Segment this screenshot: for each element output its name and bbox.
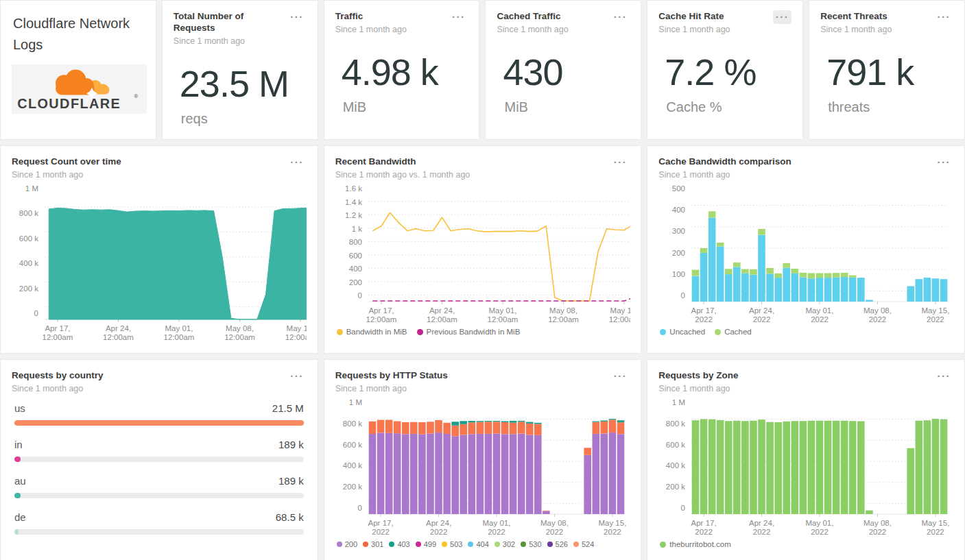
bar-segment xyxy=(443,434,451,514)
country-row-au: au189 k xyxy=(14,475,304,498)
legend-item-499[interactable]: 499 xyxy=(416,540,436,548)
panel-total-requests: Total Number of Requests Since 1 month a… xyxy=(162,0,318,140)
legend-item-uncached[interactable]: Uncached xyxy=(660,328,705,336)
bar-segment xyxy=(476,421,484,422)
legend-item-503[interactable]: 503 xyxy=(442,540,462,548)
panel-title: Recent Bandwidth xyxy=(335,156,470,167)
bar-segment xyxy=(410,422,418,434)
svg-text:0: 0 xyxy=(357,291,361,300)
legend-item-301[interactable]: 301 xyxy=(363,540,383,548)
zone-chart[interactable]: 0200 k400 k600 k800 k1 MApr 17,2022Apr 2… xyxy=(658,398,953,537)
svg-text:Apr 17,12:00am: Apr 17,12:00am xyxy=(366,306,396,324)
requests-by-zone-svg[interactable]: 0200 k400 k600 k800 k1 MApr 17,2022Apr 2… xyxy=(658,398,953,537)
bar-segment xyxy=(592,422,599,434)
ellipsis-menu-icon[interactable]: ··· xyxy=(934,10,953,24)
legend-dot xyxy=(573,541,579,547)
ellipsis-menu-icon[interactable]: ··· xyxy=(773,10,792,24)
country-bar-fill xyxy=(14,493,21,498)
ellipsis-menu-icon[interactable]: ··· xyxy=(611,10,630,24)
cache-bandwidth-comparison-svg[interactable]: 0100200300400500Apr 17,2022Apr 24,2022Ma… xyxy=(658,184,953,325)
ellipsis-menu-icon[interactable]: ··· xyxy=(934,369,953,383)
requests-by-http-status-svg[interactable]: 0200 k400 k600 k800 k1 MApr 17,2022Apr 2… xyxy=(335,398,630,537)
bar-segment xyxy=(476,422,484,434)
bar-segment xyxy=(767,268,774,273)
bar-segment xyxy=(924,420,931,514)
legend-item-theburritobot-com[interactable]: theburritobot.com xyxy=(660,540,731,548)
ellipsis-menu-icon[interactable]: ··· xyxy=(449,10,468,24)
chart-legend: theburritobot.com xyxy=(658,537,953,548)
legend-item-cached[interactable]: Cached xyxy=(715,328,752,336)
panel-subtitle: Since 1 month ago xyxy=(658,384,738,393)
legend-item-403[interactable]: 403 xyxy=(389,540,409,548)
bar-segment xyxy=(783,422,791,514)
bar-segment xyxy=(617,422,624,434)
legend-label: theburritobot.com xyxy=(669,540,731,548)
bar-segment xyxy=(427,434,434,515)
legend-item-526[interactable]: 526 xyxy=(547,540,568,548)
legend-item-200[interactable]: 200 xyxy=(337,540,357,548)
panel-cache-bandwidth-comparison: Cache Bandwidth comparison Since 1 month… xyxy=(647,145,965,354)
recent-bandwidth-svg[interactable]: 02004006008001 k1.2 k1.4 k1.6 kApr 17,12… xyxy=(335,184,630,325)
bar-segment xyxy=(767,273,774,302)
bar-segment xyxy=(427,422,434,433)
bar-segment xyxy=(741,273,749,302)
bar-segment xyxy=(468,421,475,422)
country-bar-fill xyxy=(14,456,21,462)
svg-text:1 M: 1 M xyxy=(348,398,361,406)
bar-segment xyxy=(708,419,716,514)
legend-item-bandwidth-in-mib[interactable]: Bandwidth in MiB xyxy=(337,328,407,336)
country-bar-fill xyxy=(14,420,304,426)
cloudflare-logo: CLOUDFLARE ® xyxy=(12,64,147,114)
svg-text:Apr 24,2022: Apr 24,2022 xyxy=(749,306,774,324)
bar-segment xyxy=(410,434,418,514)
http-status-chart[interactable]: 0200 k400 k600 k800 k1 MApr 17,2022Apr 2… xyxy=(335,398,630,537)
svg-text:1.6 k: 1.6 k xyxy=(345,184,362,193)
legend-item-302[interactable]: 302 xyxy=(495,540,515,548)
legend-label: 302 xyxy=(503,540,515,548)
bar-segment xyxy=(435,433,442,514)
bar-segment xyxy=(750,421,758,514)
bar-segment xyxy=(509,421,516,423)
bar-segment xyxy=(932,278,940,302)
country-row-us: us21.5 M xyxy=(14,402,304,426)
cache-bandwidth-chart[interactable]: 0100200300400500Apr 17,2022Apr 24,2022Ma… xyxy=(658,184,953,325)
bar-segment xyxy=(800,277,807,302)
legend-dot xyxy=(417,329,423,335)
bar-segment xyxy=(849,278,857,302)
legend-dot xyxy=(521,541,526,547)
svg-text:Apr 24,12:00am: Apr 24,12:00am xyxy=(103,324,134,341)
legend-dot xyxy=(715,329,721,335)
svg-text:0: 0 xyxy=(681,291,685,300)
ellipsis-menu-icon[interactable]: ··· xyxy=(611,369,630,383)
ellipsis-menu-icon[interactable]: ··· xyxy=(287,10,307,24)
legend-dot xyxy=(389,541,394,547)
panel-title: Requests by country xyxy=(12,369,104,381)
svg-text:200 k: 200 k xyxy=(19,284,38,293)
svg-text:May 01,12:00am: May 01,12:00am xyxy=(487,306,518,324)
panel-subtitle: Since 1 month ago xyxy=(497,25,568,34)
svg-text:Apr 24,2022: Apr 24,2022 xyxy=(426,519,451,536)
bar-segment xyxy=(775,278,783,302)
cloudflare-logo-image: CLOUDFLARE ® xyxy=(14,65,145,113)
legend-dot xyxy=(495,541,500,547)
legend-item-previous-bandwidth-in-mib[interactable]: Previous Bandwidth in MiB xyxy=(417,328,521,336)
bar-segment xyxy=(857,278,865,302)
request-count-chart[interactable]: 0200 k400 k600 k800 k1 MApr 17,12:00amAp… xyxy=(12,184,307,343)
request-count-svg[interactable]: 0200 k400 k600 k800 k1 MApr 17,12:00amAp… xyxy=(12,184,307,343)
ellipsis-menu-icon[interactable]: ··· xyxy=(611,156,630,169)
svg-text:Apr 24,12:00am: Apr 24,12:00am xyxy=(427,306,457,324)
legend-item-404[interactable]: 404 xyxy=(468,540,488,548)
ellipsis-menu-icon[interactable]: ··· xyxy=(287,156,307,169)
svg-text:400 k: 400 k xyxy=(666,461,685,470)
panel-subtitle: Since 1 month ago xyxy=(12,170,121,180)
area-series xyxy=(49,208,307,319)
stat-unit: MiB xyxy=(343,99,468,115)
bar-segment xyxy=(800,273,807,278)
legend-item-524[interactable]: 524 xyxy=(573,540,594,548)
legend-item-530[interactable]: 530 xyxy=(521,540,541,548)
bar-segment xyxy=(600,420,608,422)
ellipsis-menu-icon[interactable]: ··· xyxy=(287,369,307,383)
bar-segment xyxy=(509,434,516,514)
ellipsis-menu-icon[interactable]: ··· xyxy=(934,156,953,169)
recent-bandwidth-chart[interactable]: 02004006008001 k1.2 k1.4 k1.6 kApr 17,12… xyxy=(335,184,630,325)
